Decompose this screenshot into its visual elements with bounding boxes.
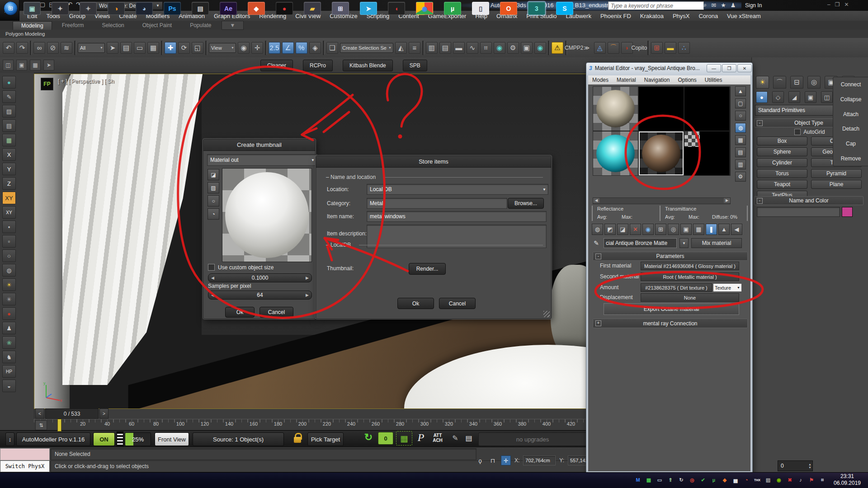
select-sphere-icon[interactable]: ● [2, 76, 16, 89]
chevron-down-icon[interactable]: ▼ [679, 238, 689, 248]
x-coordinate-field[interactable]: 702,764cm [523, 455, 556, 465]
image-tool-icon[interactable]: ▨ [2, 105, 16, 117]
material-name-field[interactable]: cial Antique Bronze Matte [604, 238, 677, 248]
blender-icon[interactable]: ◑ [108, 2, 125, 15]
maximize-icon[interactable]: ❐ [722, 64, 736, 72]
reference-coordinate-combo[interactable]: View [209, 43, 236, 53]
put-to-scene-icon[interactable]: ◩ [604, 224, 616, 235]
no-upgrades-button[interactable]: no upgrades [478, 432, 587, 446]
object-size-spinner[interactable]: ◀ 0.1000 ▶ [208, 273, 312, 282]
record-app-icon[interactable]: ● [276, 2, 293, 15]
warning-icon[interactable]: ⚠ [552, 42, 563, 54]
location-dropdown[interactable]: Local DB ▼ [367, 184, 548, 195]
cinema4d-icon[interactable]: ◕ [136, 2, 153, 15]
cmpp2-label[interactable]: CMPP2 [569, 42, 580, 53]
polygon-modeling-panel[interactable]: Polygon Modeling [5, 31, 45, 37]
malwarebytes-icon[interactable]: M [634, 476, 642, 484]
displacement-button[interactable]: None [641, 293, 739, 302]
name-and-color-rollout[interactable]: - Name and Color [754, 196, 863, 205]
bind-spacewarp-icon[interactable]: ≋ [61, 42, 72, 54]
camera-tray-icon[interactable]: ◎ [688, 476, 696, 484]
item-pyramid[interactable]: Pyramid [811, 169, 862, 178]
close-icon[interactable]: ✕ [844, 1, 849, 8]
sample-type-sphere-icon[interactable]: ○ [735, 111, 746, 121]
paint-select-icon[interactable]: ➤ [43, 60, 54, 70]
angle-snap-icon[interactable]: ∠ [282, 42, 294, 54]
automodeller-handle[interactable]: ↕ [5, 432, 14, 446]
search-go-icon[interactable]: ⌕ [703, 1, 707, 9]
layer-explorer-icon[interactable]: ▤ [439, 42, 451, 54]
item-vue-xstream[interactable]: Vue xStream [722, 13, 765, 19]
material-navigator-icon[interactable]: ▦ [693, 224, 704, 235]
film-app-icon[interactable]: ▤ [192, 2, 209, 15]
item-plane[interactable]: Plane [811, 180, 862, 189]
item-material[interactable]: Material [613, 77, 640, 83]
ccleaner-icon[interactable]: ◔ [742, 476, 750, 484]
item-rcpro[interactable]: RCPro [303, 60, 333, 71]
front-view-button[interactable]: Front View [155, 432, 189, 446]
unlink-selection-icon[interactable]: ⊘ [47, 42, 59, 54]
axis-xyn-button[interactable]: XY [2, 206, 16, 219]
explorer-icon[interactable]: ▰ [304, 2, 321, 15]
viewport-max-icon[interactable]: ▣ [16, 60, 27, 70]
object-name-field[interactable] [757, 207, 840, 217]
switch-physx-button[interactable]: Switch PhysX [0, 460, 50, 472]
item-name-field[interactable]: metal windows [367, 211, 547, 222]
resize-grip[interactable] [543, 311, 550, 317]
hp-tool-button[interactable]: HP [2, 365, 16, 378]
absolute-mode-icon[interactable]: ✛ [501, 455, 511, 465]
box-mode-icon[interactable]: ▪ [2, 221, 16, 233]
item-utilities[interactable]: Utilities [701, 77, 726, 83]
capsule-mode-icon[interactable]: ◍ [2, 264, 16, 277]
select-and-rotate-icon[interactable]: ⟳ [178, 42, 190, 54]
material-editor-icon[interactable]: ◉ [494, 42, 505, 54]
go-to-parent-icon[interactable]: ◀ [731, 224, 742, 235]
phone-app-icon[interactable]: ▯ [472, 2, 489, 15]
export-octane-material-button[interactable]: Export Octane material [604, 303, 739, 315]
measure-tool-icon[interactable]: ◬ [594, 42, 606, 54]
notes-icon[interactable]: ▤ [463, 432, 475, 444]
comodo-icon[interactable]: ◖ [388, 2, 405, 15]
percent-snap-icon[interactable]: % [296, 42, 307, 54]
assign-to-selection-icon[interactable]: ◪ [617, 224, 628, 235]
tab-motion-icon[interactable]: ◎ [807, 76, 821, 89]
maximize-icon[interactable]: ❐ [835, 1, 840, 8]
browse-button[interactable]: Browse... [508, 198, 544, 209]
pick-target-button[interactable]: Pick Target [307, 432, 344, 446]
fp-plugin-badge[interactable]: FP [41, 78, 53, 90]
go-forward-icon[interactable]: ▲ [718, 224, 730, 235]
compass-tray-icon[interactable]: ◆ [721, 476, 729, 484]
tab-modify-icon[interactable]: ⌒ [773, 76, 786, 89]
walk-tool-icon[interactable]: ♞ [2, 351, 16, 363]
sync-icon[interactable]: ↻ [677, 476, 685, 484]
source-objects-button[interactable]: Source: 1 Object(s) [193, 432, 284, 446]
select-and-move-icon[interactable]: ✚ [165, 42, 176, 54]
axis-xy-button[interactable]: XY [2, 192, 16, 204]
axis-y-button[interactable]: Y [2, 163, 16, 175]
eyedropper-icon[interactable]: ✎ [592, 239, 601, 248]
mix-material-button[interactable]: Mix material [691, 238, 742, 248]
open-mini-curve-editor-icon[interactable]: ⇅ [35, 420, 47, 430]
item-corona[interactable]: Corona [694, 13, 722, 19]
render-button[interactable]: Render... [409, 263, 446, 275]
favorites-icon[interactable]: ★ [721, 2, 726, 9]
ribbon-toggle-icon[interactable]: ▬ [453, 42, 465, 54]
drop-tool-icon[interactable]: ● [2, 307, 16, 320]
separator[interactable] [323, 41, 325, 55]
sample-slot[interactable] [684, 131, 729, 175]
help-community-icon[interactable]: ✉ [711, 2, 716, 9]
rows-tool-icon[interactable]: ▤ [2, 119, 16, 132]
render-production-icon[interactable]: ◉ [534, 42, 546, 54]
shield-check-icon[interactable]: ✔ [699, 476, 707, 484]
current-frame-field[interactable]: 0▲▼ [778, 460, 813, 471]
search-input[interactable]: Type a keyword or phrase [608, 1, 704, 10]
monitor-app-icon[interactable]: ▣ [24, 2, 41, 15]
nvidia-icon[interactable]: ◉ [775, 476, 783, 484]
get-material-icon[interactable]: ◍ [592, 224, 603, 235]
item-cleaner[interactable]: Cleaner [260, 60, 293, 71]
select-and-link-icon[interactable]: ∞ [33, 42, 45, 54]
spinner-snap-icon[interactable]: ◈ [309, 42, 321, 54]
sample-scrollbar[interactable]: ◀ ▶ [593, 197, 731, 204]
second-material-button[interactable]: Root ( Metallic material ) [641, 272, 739, 281]
scroll-right-icon[interactable]: ▶ [724, 198, 730, 203]
